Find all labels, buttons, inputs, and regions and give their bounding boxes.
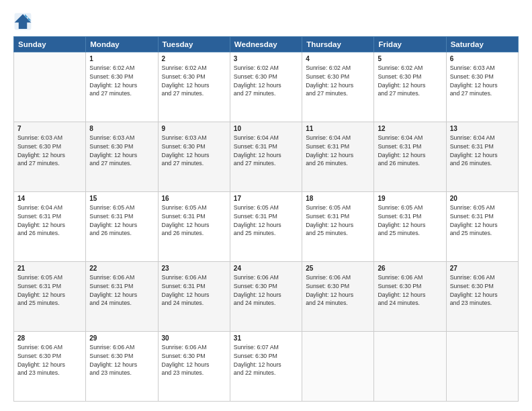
day-number: 21: [17, 265, 82, 272]
calendar-cell: 18Sunrise: 6:05 AMSunset: 6:31 PMDayligh…: [302, 192, 374, 262]
calendar-cell: 13Sunrise: 6:04 AMSunset: 6:31 PMDayligh…: [446, 122, 518, 192]
day-number: 28: [17, 334, 82, 342]
day-info: Sunrise: 6:06 AMSunset: 6:31 PMDaylight:…: [89, 273, 154, 308]
day-info: Sunrise: 6:05 AMSunset: 6:31 PMDaylight:…: [378, 203, 442, 238]
day-info: Sunrise: 6:03 AMSunset: 6:30 PMDaylight:…: [162, 134, 226, 168]
day-number: 31: [234, 334, 298, 342]
day-number: 24: [234, 265, 298, 272]
day-number: 4: [306, 55, 370, 62]
week-row-5: 28Sunrise: 6:06 AMSunset: 6:30 PMDayligh…: [14, 332, 519, 402]
calendar-cell: [14, 52, 86, 122]
day-info: Sunrise: 6:04 AMSunset: 6:31 PMDaylight:…: [234, 134, 298, 168]
day-info: Sunrise: 6:04 AMSunset: 6:31 PMDaylight:…: [306, 134, 370, 168]
day-number: 16: [162, 195, 226, 202]
day-number: 13: [450, 125, 515, 132]
day-info: Sunrise: 6:04 AMSunset: 6:31 PMDaylight:…: [17, 203, 82, 238]
day-number: 3: [234, 55, 298, 62]
calendar-table: SundayMondayTuesdayWednesdayThursdayFrid…: [13, 36, 519, 402]
day-info: Sunrise: 6:02 AMSunset: 6:30 PMDaylight:…: [162, 64, 226, 98]
calendar-cell: [302, 332, 374, 402]
calendar-cell: 29Sunrise: 6:06 AMSunset: 6:30 PMDayligh…: [86, 332, 158, 402]
day-number: 25: [306, 265, 370, 272]
day-number: 9: [162, 125, 226, 132]
header: [13, 12, 519, 31]
week-row-3: 14Sunrise: 6:04 AMSunset: 6:31 PMDayligh…: [14, 192, 519, 262]
day-info: Sunrise: 6:02 AMSunset: 6:30 PMDaylight:…: [306, 64, 370, 98]
calendar-cell: 19Sunrise: 6:05 AMSunset: 6:31 PMDayligh…: [374, 192, 446, 262]
day-info: Sunrise: 6:06 AMSunset: 6:31 PMDaylight:…: [162, 273, 226, 308]
calendar-cell: [446, 332, 518, 402]
calendar-cell: [374, 332, 446, 402]
calendar-cell: 24Sunrise: 6:06 AMSunset: 6:30 PMDayligh…: [230, 262, 302, 332]
weekday-header-row: SundayMondayTuesdayWednesdayThursdayFrid…: [14, 37, 519, 52]
calendar-cell: 16Sunrise: 6:05 AMSunset: 6:31 PMDayligh…: [158, 192, 230, 262]
calendar-cell: 26Sunrise: 6:06 AMSunset: 6:30 PMDayligh…: [374, 262, 446, 332]
day-info: Sunrise: 6:05 AMSunset: 6:31 PMDaylight:…: [306, 203, 370, 238]
day-info: Sunrise: 6:03 AMSunset: 6:30 PMDaylight:…: [450, 64, 515, 98]
logo-icon: [13, 12, 32, 31]
calendar-cell: 28Sunrise: 6:06 AMSunset: 6:30 PMDayligh…: [14, 332, 86, 402]
calendar-cell: 31Sunrise: 6:07 AMSunset: 6:30 PMDayligh…: [230, 332, 302, 402]
weekday-wednesday: Wednesday: [230, 37, 302, 52]
page: SundayMondayTuesdayWednesdayThursdayFrid…: [0, 0, 532, 411]
calendar-cell: 30Sunrise: 6:06 AMSunset: 6:30 PMDayligh…: [158, 332, 230, 402]
calendar-cell: 7Sunrise: 6:03 AMSunset: 6:30 PMDaylight…: [14, 122, 86, 192]
day-number: 10: [234, 125, 298, 132]
day-number: 23: [162, 265, 226, 272]
day-number: 7: [17, 125, 82, 132]
day-number: 29: [89, 334, 154, 342]
calendar-cell: 20Sunrise: 6:05 AMSunset: 6:31 PMDayligh…: [446, 192, 518, 262]
day-number: 8: [89, 125, 154, 132]
calendar-cell: 14Sunrise: 6:04 AMSunset: 6:31 PMDayligh…: [14, 192, 86, 262]
day-number: 2: [162, 55, 226, 62]
day-info: Sunrise: 6:05 AMSunset: 6:31 PMDaylight:…: [17, 273, 82, 308]
day-info: Sunrise: 6:02 AMSunset: 6:30 PMDaylight:…: [378, 64, 442, 98]
day-info: Sunrise: 6:02 AMSunset: 6:30 PMDaylight:…: [234, 64, 298, 98]
day-info: Sunrise: 6:04 AMSunset: 6:31 PMDaylight:…: [378, 134, 442, 168]
weekday-monday: Monday: [86, 37, 158, 52]
calendar-cell: 5Sunrise: 6:02 AMSunset: 6:30 PMDaylight…: [374, 52, 446, 122]
day-number: 15: [89, 195, 154, 202]
day-info: Sunrise: 6:06 AMSunset: 6:30 PMDaylight:…: [450, 273, 515, 308]
day-info: Sunrise: 6:03 AMSunset: 6:30 PMDaylight:…: [89, 134, 154, 168]
calendar-cell: 27Sunrise: 6:06 AMSunset: 6:30 PMDayligh…: [446, 262, 518, 332]
day-info: Sunrise: 6:04 AMSunset: 6:31 PMDaylight:…: [450, 134, 515, 168]
day-info: Sunrise: 6:05 AMSunset: 6:31 PMDaylight:…: [89, 203, 154, 238]
calendar-cell: 22Sunrise: 6:06 AMSunset: 6:31 PMDayligh…: [86, 262, 158, 332]
calendar-cell: 4Sunrise: 6:02 AMSunset: 6:30 PMDaylight…: [302, 52, 374, 122]
day-info: Sunrise: 6:05 AMSunset: 6:31 PMDaylight:…: [450, 203, 515, 238]
weekday-thursday: Thursday: [302, 37, 374, 52]
day-number: 20: [450, 195, 515, 202]
calendar-cell: 8Sunrise: 6:03 AMSunset: 6:30 PMDaylight…: [86, 122, 158, 192]
week-row-1: 1Sunrise: 6:02 AMSunset: 6:30 PMDaylight…: [14, 52, 519, 122]
calendar-cell: 10Sunrise: 6:04 AMSunset: 6:31 PMDayligh…: [230, 122, 302, 192]
day-info: Sunrise: 6:06 AMSunset: 6:30 PMDaylight:…: [17, 343, 82, 377]
calendar-cell: 17Sunrise: 6:05 AMSunset: 6:31 PMDayligh…: [230, 192, 302, 262]
day-number: 19: [378, 195, 442, 202]
calendar-header: SundayMondayTuesdayWednesdayThursdayFrid…: [14, 37, 519, 52]
calendar-cell: 12Sunrise: 6:04 AMSunset: 6:31 PMDayligh…: [374, 122, 446, 192]
day-info: Sunrise: 6:06 AMSunset: 6:30 PMDaylight:…: [162, 343, 226, 377]
week-row-2: 7Sunrise: 6:03 AMSunset: 6:30 PMDaylight…: [14, 122, 519, 192]
calendar-cell: 1Sunrise: 6:02 AMSunset: 6:30 PMDaylight…: [86, 52, 158, 122]
day-info: Sunrise: 6:06 AMSunset: 6:30 PMDaylight:…: [234, 273, 298, 308]
calendar-cell: 6Sunrise: 6:03 AMSunset: 6:30 PMDaylight…: [446, 52, 518, 122]
calendar-cell: 11Sunrise: 6:04 AMSunset: 6:31 PMDayligh…: [302, 122, 374, 192]
day-number: 6: [450, 55, 515, 62]
day-number: 14: [17, 195, 82, 202]
calendar-cell: 9Sunrise: 6:03 AMSunset: 6:30 PMDaylight…: [158, 122, 230, 192]
weekday-sunday: Sunday: [14, 37, 86, 52]
logo: [13, 12, 35, 31]
day-number: 5: [378, 55, 442, 62]
calendar-cell: 23Sunrise: 6:06 AMSunset: 6:31 PMDayligh…: [158, 262, 230, 332]
calendar-cell: 3Sunrise: 6:02 AMSunset: 6:30 PMDaylight…: [230, 52, 302, 122]
day-info: Sunrise: 6:05 AMSunset: 6:31 PMDaylight:…: [162, 203, 226, 238]
day-info: Sunrise: 6:02 AMSunset: 6:30 PMDaylight:…: [89, 64, 154, 98]
day-number: 11: [306, 125, 370, 132]
week-row-4: 21Sunrise: 6:05 AMSunset: 6:31 PMDayligh…: [14, 262, 519, 332]
weekday-tuesday: Tuesday: [158, 37, 230, 52]
day-number: 30: [162, 334, 226, 342]
day-number: 26: [378, 265, 442, 272]
day-number: 18: [306, 195, 370, 202]
weekday-friday: Friday: [374, 37, 446, 52]
